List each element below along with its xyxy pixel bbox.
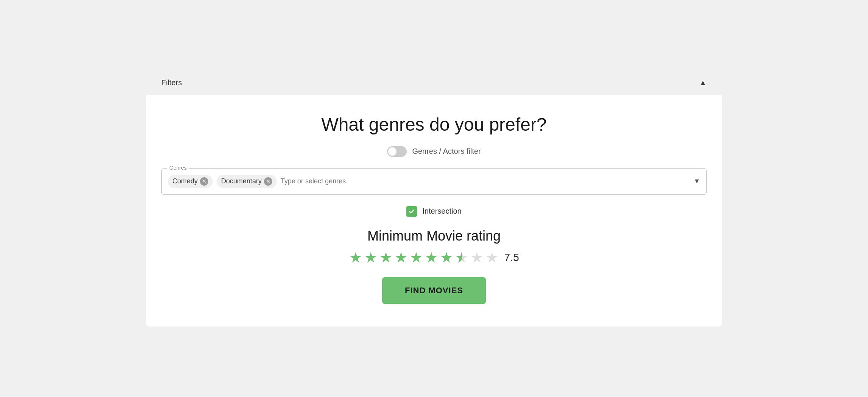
star-6[interactable]: ★ bbox=[425, 249, 438, 266]
toggle-slider bbox=[387, 146, 407, 157]
genre-tag-comedy: Comedy ✕ bbox=[168, 175, 213, 188]
genres-fieldset: Genres Comedy ✕ Documentary ✕ ▼ bbox=[161, 168, 707, 195]
checkmark-icon bbox=[408, 208, 415, 215]
star-3[interactable]: ★ bbox=[379, 249, 392, 266]
stars-row: ★ ★ ★ ★ ★ ★ ★ ★ ★ ★ 7.5 bbox=[349, 249, 519, 266]
toggle-label: Genres / Actors filter bbox=[412, 147, 481, 156]
genre-tag-comedy-label: Comedy bbox=[172, 177, 198, 185]
star-9[interactable]: ★ bbox=[470, 249, 483, 266]
star-5[interactable]: ★ bbox=[410, 249, 423, 266]
main-content: What genres do you prefer? Genres / Acto… bbox=[146, 95, 722, 327]
star-10[interactable]: ★ bbox=[486, 249, 498, 266]
page-title: What genres do you prefer? bbox=[321, 114, 546, 135]
star-7[interactable]: ★ bbox=[440, 249, 453, 266]
rating-title: Minimum Movie rating bbox=[367, 228, 501, 244]
genre-tag-documentary-label: Documentary bbox=[221, 177, 262, 185]
genre-tag-documentary: Documentary ✕ bbox=[217, 175, 277, 188]
genres-legend: Genres bbox=[167, 165, 189, 171]
intersection-row: Intersection bbox=[406, 206, 461, 217]
rating-section: Minimum Movie rating ★ ★ ★ ★ ★ ★ ★ ★ ★ ★… bbox=[349, 228, 519, 266]
filters-header: Filters ▲ bbox=[146, 71, 722, 95]
genres-dropdown-icon[interactable]: ▼ bbox=[693, 177, 700, 185]
intersection-checkbox[interactable] bbox=[406, 206, 417, 217]
find-movies-button[interactable]: FIND MOVIES bbox=[382, 277, 486, 304]
intersection-label: Intersection bbox=[422, 207, 461, 216]
filters-title: Filters bbox=[161, 78, 182, 87]
genre-tag-documentary-remove[interactable]: ✕ bbox=[264, 177, 272, 186]
genres-input-row: Comedy ✕ Documentary ✕ ▼ bbox=[168, 173, 700, 190]
genre-tag-comedy-remove[interactable]: ✕ bbox=[200, 177, 208, 186]
star-8[interactable]: ★ bbox=[455, 249, 468, 266]
genres-actors-toggle[interactable] bbox=[387, 146, 407, 157]
app-container: Filters ▲ What genres do you prefer? Gen… bbox=[146, 71, 722, 327]
rating-value: 7.5 bbox=[504, 252, 519, 264]
toggle-row: Genres / Actors filter bbox=[387, 146, 481, 157]
star-4[interactable]: ★ bbox=[395, 249, 407, 266]
genres-type-input[interactable] bbox=[281, 177, 690, 185]
star-2[interactable]: ★ bbox=[364, 249, 377, 266]
star-1[interactable]: ★ bbox=[349, 249, 362, 266]
collapse-icon[interactable]: ▲ bbox=[699, 78, 707, 87]
